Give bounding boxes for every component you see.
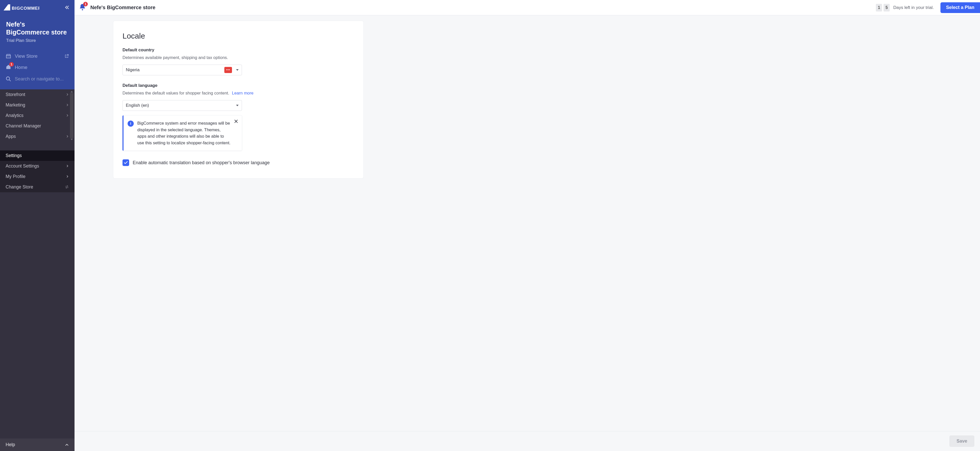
brand-row: BIGCOMMERCE	[0, 0, 75, 16]
sidebar-collapse-button[interactable]	[64, 5, 70, 11]
store-info: Nefe's BigCommerce store Trial Plan Stor…	[0, 16, 75, 49]
content: Locale Default country Determines availa…	[75, 15, 980, 431]
info-icon: i	[127, 121, 134, 127]
learn-more-link[interactable]: Learn more	[232, 91, 253, 95]
sidebar-secondary-nav: Storefront Marketing Analytics Channel M…	[0, 89, 75, 142]
sidebar-item-label: Storefront	[6, 92, 25, 97]
search-icon	[6, 76, 11, 82]
external-link-icon	[64, 54, 69, 59]
sidebar-item-view-store[interactable]: View Store	[0, 51, 75, 62]
locale-card: Locale Default country Determines availa…	[113, 21, 363, 178]
sidebar-search[interactable]	[0, 73, 75, 86]
storefront-icon	[6, 53, 11, 59]
sidebar-item-label: Marketing	[6, 102, 25, 108]
sidebar-item-analytics[interactable]: Analytics	[0, 110, 75, 121]
sidebar-item-storefront[interactable]: Storefront	[0, 89, 75, 100]
scroll-track[interactable]	[70, 93, 73, 138]
sidebar-item-marketing[interactable]: Marketing	[0, 100, 75, 110]
sidebar-item-label: My Profile	[6, 174, 25, 179]
sidebar-help[interactable]: Help	[0, 438, 75, 451]
default-country-help: Determines available payment, shipping a…	[123, 55, 354, 60]
sidebar-item-label: Channel Manager	[6, 123, 41, 129]
sidebar-item-label: View Store	[15, 53, 38, 59]
sidebar-item-my-profile[interactable]: My Profile	[0, 171, 75, 182]
chevron-down-icon	[236, 105, 239, 106]
default-language-select[interactable]: English (en)	[123, 100, 242, 111]
save-button[interactable]: Save	[950, 435, 974, 447]
trial-days-counter: 1 5	[876, 4, 890, 11]
notifications-button[interactable]: 1	[79, 3, 86, 12]
help-label: Help	[6, 442, 15, 448]
default-country-select[interactable]: Nigeria •••	[123, 65, 242, 75]
trial-digit: 1	[876, 4, 882, 11]
store-name: Nefe's BigCommerce store	[6, 21, 68, 37]
trial-text: Days left in your trial.	[893, 5, 934, 10]
footer-bar: Save	[75, 431, 980, 451]
chevron-right-icon	[66, 104, 69, 107]
chevron-right-icon	[66, 175, 69, 178]
topbar: 1 Nefe's BigCommerce store 1 5 Days left…	[75, 0, 980, 15]
sidebar-item-apps[interactable]: Apps	[0, 131, 75, 142]
main-area: 1 Nefe's BigCommerce store 1 5 Days left…	[75, 0, 980, 451]
info-close-button[interactable]	[234, 119, 239, 124]
sidebar-item-label: Change Store	[6, 184, 33, 190]
sidebar-primary-nav: View Store 1 Home	[0, 49, 75, 89]
select-value: English (en)	[126, 103, 149, 108]
sidebar: BIGCOMMERCE Nefe's BigCommerce store Tri…	[0, 0, 75, 451]
trial-digit: 5	[883, 4, 890, 11]
sidebar-item-label: Analytics	[6, 113, 24, 118]
home-badge: 1	[9, 62, 14, 67]
sidebar-item-label: Account Settings	[6, 163, 39, 169]
scroll-down-icon	[70, 139, 73, 140]
sidebar-item-label: Apps	[6, 134, 16, 139]
swap-icon	[65, 185, 69, 189]
store-plan: Trial Plan Store	[6, 38, 68, 43]
default-language-label: Default language	[123, 83, 354, 88]
svg-text:BIGCOMMERCE: BIGCOMMERCE	[12, 6, 39, 11]
auto-translate-label: Enable automatic translation based on sh…	[133, 160, 270, 166]
sidebar-gap	[0, 142, 75, 150]
default-language-help: Determines the default values for shoppe…	[123, 91, 354, 96]
chevron-right-icon	[66, 164, 69, 167]
sidebar-item-change-store[interactable]: Change Store	[0, 182, 75, 192]
sidebar-item-settings[interactable]: Settings	[0, 150, 75, 161]
default-language-help-text: Determines the default values for shoppe…	[123, 91, 229, 95]
select-value: Nigeria	[126, 67, 140, 73]
svg-point-2	[82, 9, 83, 10]
info-callout: i BigCommerce system and error messages …	[123, 115, 242, 151]
auto-translate-row: Enable automatic translation based on sh…	[123, 159, 354, 166]
info-text: BigCommerce system and error messages wi…	[137, 120, 238, 146]
chevron-right-icon	[66, 135, 69, 138]
sidebar-item-label: Settings	[6, 153, 22, 158]
sidebar-tertiary-nav: Settings Account Settings My Profile Cha…	[0, 150, 75, 192]
sidebar-item-home[interactable]: 1 Home	[0, 62, 75, 73]
default-country-label: Default country	[123, 48, 354, 53]
sidebar-item-label: Home	[15, 65, 27, 70]
auto-translate-checkbox[interactable]	[123, 159, 129, 166]
section-heading: Locale	[123, 32, 354, 40]
select-plan-button[interactable]: Select a Plan	[940, 2, 980, 13]
sidebar-item-account-settings[interactable]: Account Settings	[0, 161, 75, 171]
search-input[interactable]	[15, 76, 69, 82]
notifications-badge: 1	[83, 2, 88, 6]
sidebar-item-channel-manager[interactable]: Channel Manager	[0, 121, 75, 131]
scroll-up-icon	[70, 91, 73, 92]
sidebar-scrollbar[interactable]	[70, 91, 73, 141]
chevron-up-icon	[65, 443, 69, 447]
bigcommerce-logo-icon: BIGCOMMERCE	[3, 4, 39, 11]
page-title: Nefe's BigCommerce store	[90, 5, 156, 11]
password-manager-icon[interactable]: •••	[224, 67, 232, 73]
chevron-right-icon	[66, 114, 69, 117]
chevron-down-icon	[236, 69, 239, 71]
chevron-right-icon	[66, 93, 69, 96]
